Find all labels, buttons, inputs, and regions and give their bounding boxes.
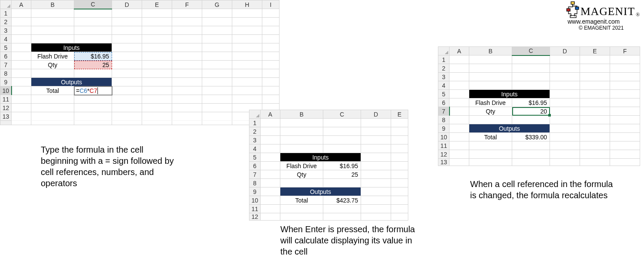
cell[interactable] <box>172 9 202 18</box>
cell[interactable] <box>550 55 580 64</box>
cell[interactable] <box>450 90 469 98</box>
cell[interactable] <box>112 61 142 69</box>
row-hdr[interactable]: 12 <box>0 104 12 112</box>
cell[interactable] <box>142 18 172 26</box>
col-hdr-B[interactable]: B <box>469 47 512 55</box>
cell[interactable] <box>512 141 550 150</box>
cell[interactable] <box>323 119 361 127</box>
cell[interactable] <box>450 116 469 124</box>
cell[interactable] <box>550 150 580 159</box>
cell[interactable] <box>74 104 112 112</box>
cell[interactable] <box>469 141 512 150</box>
cell[interactable] <box>261 205 280 213</box>
cell[interactable] <box>12 112 31 121</box>
cell[interactable] <box>610 124 640 133</box>
cell[interactable] <box>261 136 280 144</box>
cell[interactable] <box>610 107 640 116</box>
cell[interactable] <box>31 9 74 18</box>
col-hdr-A[interactable]: A <box>450 47 469 55</box>
cell[interactable] <box>391 119 408 127</box>
row-hdr[interactable]: 5 <box>0 43 12 52</box>
cell[interactable] <box>610 55 640 64</box>
cell[interactable] <box>232 86 262 95</box>
cell[interactable] <box>262 35 279 43</box>
cell[interactable] <box>112 18 142 26</box>
cell[interactable] <box>172 35 202 43</box>
cell[interactable] <box>262 78 279 86</box>
row-hdr[interactable]: 6 <box>438 98 450 107</box>
cell[interactable] <box>323 213 361 221</box>
row-hdr[interactable]: 9 <box>249 187 261 196</box>
cell[interactable] <box>12 9 31 18</box>
cell[interactable] <box>512 150 550 159</box>
cell[interactable] <box>261 170 280 179</box>
cell[interactable] <box>74 18 112 26</box>
cell[interactable] <box>469 150 512 159</box>
cell[interactable] <box>261 179 280 187</box>
cell[interactable] <box>550 73 580 81</box>
cell[interactable] <box>261 187 280 196</box>
cell[interactable] <box>232 52 262 61</box>
cell-c10-total[interactable]: $423.75 <box>323 196 361 205</box>
cell[interactable] <box>31 95 74 104</box>
row-hdr[interactable]: 11 <box>0 95 12 104</box>
cell[interactable] <box>469 64 512 73</box>
row-hdr[interactable]: 7 <box>438 107 450 116</box>
cell[interactable] <box>31 18 74 26</box>
cell[interactable] <box>31 104 74 112</box>
cell-c6-price[interactable]: $16.95 <box>74 52 112 61</box>
row-hdr[interactable]: 11 <box>249 205 261 213</box>
cell[interactable] <box>112 35 142 43</box>
cell[interactable] <box>142 78 172 86</box>
cell[interactable] <box>610 116 640 124</box>
cell[interactable] <box>469 81 512 90</box>
cell[interactable] <box>232 43 262 52</box>
cell[interactable] <box>550 107 580 116</box>
row-hdr[interactable]: 6 <box>249 162 261 170</box>
row-hdr[interactable]: 1 <box>438 55 450 64</box>
cell[interactable] <box>202 86 232 95</box>
cell[interactable] <box>323 144 361 153</box>
cell[interactable] <box>580 64 610 73</box>
cell[interactable] <box>12 35 31 43</box>
cell[interactable] <box>232 78 262 86</box>
cell[interactable] <box>74 9 112 18</box>
row-hdr[interactable]: 2 <box>438 64 450 73</box>
row-hdr[interactable]: 8 <box>249 179 261 187</box>
cell[interactable] <box>112 78 142 86</box>
cell[interactable] <box>74 121 112 125</box>
cell[interactable] <box>391 144 408 153</box>
cell[interactable] <box>262 26 279 35</box>
row-hdr[interactable]: 1 <box>249 119 261 127</box>
cell[interactable] <box>580 55 610 64</box>
cell[interactable] <box>74 26 112 35</box>
cell[interactable] <box>391 127 408 136</box>
cell[interactable] <box>610 64 640 73</box>
cell[interactable] <box>172 61 202 69</box>
cell[interactable] <box>262 95 279 104</box>
cell[interactable] <box>172 43 202 52</box>
cell[interactable] <box>12 86 31 95</box>
cell[interactable] <box>450 107 469 116</box>
cell[interactable] <box>12 69 31 78</box>
cell[interactable] <box>112 104 142 112</box>
cell[interactable] <box>142 61 172 69</box>
cell[interactable] <box>610 133 640 141</box>
cell[interactable] <box>323 136 361 144</box>
cell[interactable] <box>512 73 550 81</box>
select-all-corner[interactable] <box>438 47 450 55</box>
cell[interactable] <box>142 35 172 43</box>
cell[interactable] <box>550 64 580 73</box>
cell[interactable] <box>232 35 262 43</box>
row-hdr[interactable]: 7 <box>249 170 261 179</box>
row-hdr[interactable]: 10 <box>249 196 261 205</box>
row-hdr[interactable]: 11 <box>438 141 450 150</box>
cell[interactable] <box>512 64 550 73</box>
cell[interactable] <box>450 64 469 73</box>
cell[interactable] <box>280 213 323 221</box>
cell[interactable] <box>361 136 391 144</box>
cell[interactable] <box>550 116 580 124</box>
row-hdr[interactable]: 4 <box>0 35 12 43</box>
col-hdr-A[interactable]: A <box>12 0 31 9</box>
cell[interactable] <box>361 127 391 136</box>
